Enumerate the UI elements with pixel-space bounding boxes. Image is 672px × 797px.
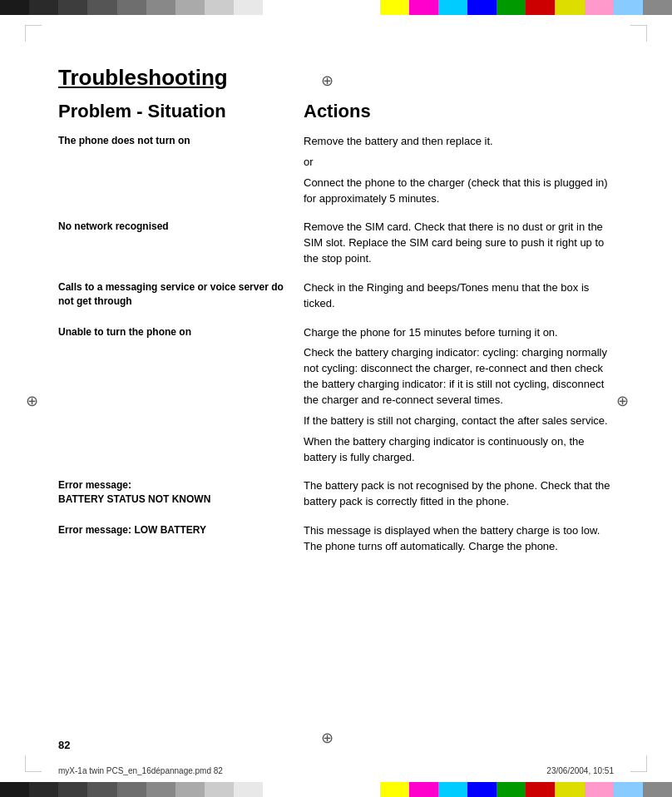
color-segment [205,782,234,797]
color-segment [0,782,29,797]
page-content: Troubleshooting Problem - Situation Acti… [0,15,672,782]
problem-cell: Error message: LOW BATTERY [58,523,304,537]
action-cell: Remove the SIM card. Check that there is… [304,220,614,272]
table-row: No network recognisedRemove the SIM card… [58,220,614,272]
color-segment [497,782,526,797]
action-item: Check the battery charging indicator: cy… [304,345,614,408]
color-segment [526,782,555,797]
footer-left: myX-1a twin PCS_en_16dépannage.pmd 82 [58,766,223,775]
color-segment [438,782,467,797]
action-item: Check in the Ringing and beeps/Tones men… [304,280,614,312]
color-segment [643,0,672,15]
header-row: Problem - Situation Actions [58,101,614,122]
table-body: The phone does not turn onRemove the bat… [58,134,614,560]
action-item: When the battery charging indicator is c… [304,434,614,466]
color-bar-spacer [292,0,379,15]
color-segment [555,782,584,797]
color-segment [234,782,263,797]
color-segment [87,0,116,15]
footer-right: 23/06/2004, 10:51 [546,766,614,775]
color-segment [117,0,146,15]
color-segment [205,0,234,15]
color-bar-top [0,0,672,15]
action-cell: Remove the battery and then replace it.o… [304,134,614,211]
color-segment [497,0,526,15]
color-segment [87,782,116,797]
color-segment [263,0,292,15]
action-cell: Charge the phone for 15 minutes before t… [304,325,614,471]
action-item: If the battery is still not charging, co… [304,413,614,429]
page-number: 82 [58,739,70,751]
color-segment [438,0,467,15]
color-segment [58,0,87,15]
action-item: This message is displayed when the batte… [304,523,614,555]
action-cell: Check in the Ringing and beeps/Tones men… [304,280,614,317]
color-segment [467,782,497,797]
problem-cell: The phone does not turn on [58,134,304,148]
problem-cell: Error message:BATTERY STATUS NOT KNOWN [58,478,304,507]
color-segment [643,782,672,797]
problem-cell: Unable to turn the phone on [58,325,304,339]
color-bar-bottom [0,782,672,797]
table-row: Error message:BATTERY STATUS NOT KNOWNTh… [58,478,614,515]
color-segment [263,782,292,797]
color-segment [555,0,584,15]
action-item: The battery pack is not recognised by th… [304,478,614,510]
color-segment [380,0,409,15]
table-row: Calls to a messaging service or voice se… [58,280,614,317]
table-row: The phone does not turn onRemove the bat… [58,134,614,211]
color-segment [58,782,87,797]
action-item: Connect the phone to the charger (check … [304,176,614,207]
action-item: or [304,155,614,171]
color-segment [29,0,58,15]
color-segment [614,0,643,15]
color-bar-spacer [292,782,379,797]
table-row: Unable to turn the phone onCharge the ph… [58,325,614,471]
color-segment [409,782,438,797]
color-segment [467,0,497,15]
color-segment [29,782,58,797]
action-item: Charge the phone for 15 minutes before t… [304,325,614,341]
problem-cell: Calls to a messaging service or voice se… [58,280,304,309]
color-segment [0,0,29,15]
color-segment [117,782,146,797]
color-segment [175,0,205,15]
action-item: Remove the SIM card. Check that there is… [304,220,614,267]
color-segment [234,0,263,15]
color-segment [614,782,643,797]
color-segment [380,782,409,797]
column-header-actions: Actions [304,101,614,122]
action-cell: This message is displayed when the batte… [304,523,614,560]
color-segment [146,782,175,797]
page-title: Troubleshooting [58,65,614,91]
problem-cell: No network recognised [58,220,304,234]
color-segment [175,782,205,797]
table-row: Error message: LOW BATTERYThis message i… [58,523,614,560]
column-header-problem: Problem - Situation [58,101,304,122]
color-segment [409,0,438,15]
action-cell: The battery pack is not recognised by th… [304,478,614,515]
color-segment [526,0,555,15]
color-segment [146,0,175,15]
color-segment [585,782,614,797]
color-segment [585,0,614,15]
action-item: Remove the battery and then replace it. [304,134,614,150]
